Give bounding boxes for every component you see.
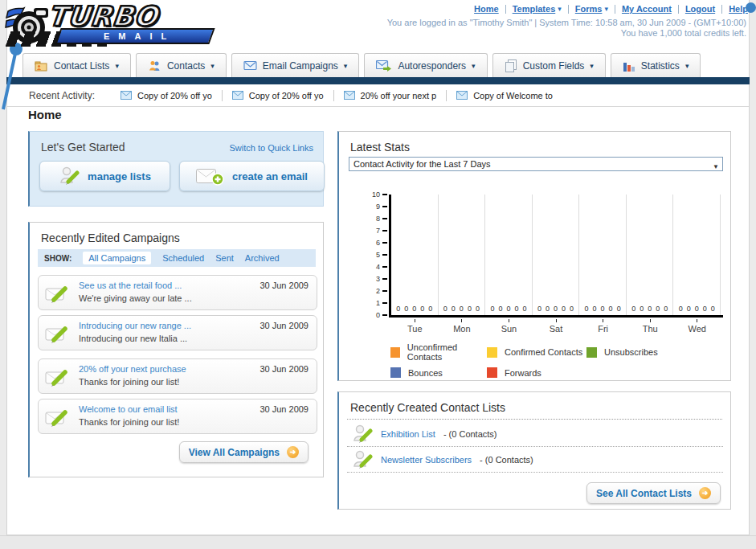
campaign-title-link[interactable]: Welcome to our email list	[79, 404, 178, 414]
y-axis-tick-6: 6	[376, 239, 387, 247]
data-value-label: 0	[412, 305, 416, 313]
data-value-label: 0	[601, 305, 605, 313]
x-axis-label-sat: Sat	[533, 319, 580, 334]
recent-activity-item[interactable]: Copy of Welcome to	[447, 90, 562, 101]
dotted-divider	[347, 419, 722, 420]
person-pencil-icon	[352, 424, 373, 445]
switch-to-quick-links[interactable]: Switch to Quick Links	[229, 143, 313, 153]
arrow-right-icon: ➜	[287, 446, 299, 458]
recently-edited-campaigns-panel: Recently Edited Campaigns SHOW: All Camp…	[28, 222, 324, 477]
data-value-label: 0	[420, 305, 424, 313]
recent-activity-item[interactable]: 20% off your next p	[334, 90, 447, 101]
logo-title: TURBO	[47, 0, 160, 32]
data-value-label: 0	[585, 305, 589, 313]
x-axis-label-wed: Wed	[673, 319, 721, 334]
data-value-label: 0	[562, 305, 566, 313]
campaign-subtitle: Thanks for joining our list!	[79, 377, 179, 387]
campaign-title-link[interactable]: Introducing our new range ...	[79, 321, 191, 330]
tab-label: Email Campaigns	[263, 60, 338, 72]
campaign-title-link[interactable]: See us at the retail food ...	[79, 281, 182, 290]
y-axis-tick-10: 10	[372, 191, 387, 199]
data-value-label: 0	[428, 305, 432, 313]
data-value-label: 0	[695, 305, 699, 313]
nav-separator	[615, 5, 615, 14]
chevron-down-icon: ▾	[344, 62, 348, 70]
legend-swatch-icon	[390, 367, 401, 378]
manage-lists-button[interactable]: manage lists	[39, 161, 170, 191]
help-bubble-icon[interactable]	[746, 2, 756, 13]
data-value-label: 0	[476, 305, 480, 313]
data-value-label: 0	[609, 305, 613, 313]
legend-swatch-icon	[487, 347, 497, 358]
tab-contacts[interactable]: Contacts ▾	[136, 53, 227, 77]
data-value-label: 0	[664, 305, 668, 313]
data-value-label: 0	[506, 305, 510, 313]
person-pencil-icon	[59, 166, 80, 186]
dropdown-caret-icon: ▼	[713, 161, 719, 174]
tab-custom-fields[interactable]: Custom Fields ▾	[492, 53, 606, 77]
nav-link-templates[interactable]: Templates	[513, 4, 556, 14]
y-axis-tick-0: 0	[376, 311, 387, 319]
arrow-right-icon: ➜	[699, 487, 711, 499]
data-value-label: 0	[522, 305, 526, 313]
envelope-pencil-icon	[45, 406, 71, 428]
view-all-campaigns-button[interactable]: View All Campaigns ➜	[179, 441, 309, 463]
recent-activity-item[interactable]: Copy of 20% off yo	[111, 90, 223, 101]
tab-contact-lists[interactable]: Contact Lists ▾	[22, 53, 131, 77]
see-all-contact-lists-label: See All Contact Lists	[596, 488, 692, 499]
contact-list-link[interactable]: Exhibition List	[381, 429, 435, 439]
campaign-filter-bar: SHOW: All Campaigns Scheduled Sent Archi…	[38, 249, 316, 267]
data-value-label: 0	[537, 305, 541, 313]
filter-archived[interactable]: Archived	[245, 253, 280, 263]
nav-separator	[568, 5, 569, 14]
filter-scheduled[interactable]: Scheduled	[162, 253, 204, 263]
activity-item-label: Copy of Welcome to	[473, 91, 553, 100]
tab-email-campaigns[interactable]: Email Campaigns ▾	[231, 53, 360, 77]
nav-link-forms[interactable]: Forms	[575, 4, 603, 14]
chevron-down-icon: ▾	[685, 62, 689, 70]
data-value-label: 0	[711, 305, 715, 313]
filter-all-campaigns[interactable]: All Campaigns	[83, 252, 151, 264]
legend-item: Unconfirmed Contacts	[390, 342, 487, 362]
data-value-label: 0	[443, 305, 447, 313]
y-axis-tick-2: 2	[376, 287, 387, 295]
data-value-label: 0	[656, 305, 660, 313]
see-all-contact-lists-button[interactable]: See All Contact Lists ➜	[586, 482, 721, 504]
chart-group-thu: 00000	[627, 195, 674, 315]
tab-label: Statistics	[641, 60, 680, 72]
logo-banner: EMAIL	[55, 28, 215, 44]
data-value-label: 0	[498, 305, 502, 313]
chart-group-mon: 00000	[439, 195, 486, 315]
contact-activity-chart: 012345678910 000000000000000000000000000…	[349, 195, 723, 336]
latest-stats-title: Latest Stats	[350, 141, 410, 154]
campaign-date: 30 Jun 2009	[259, 281, 309, 290]
x-axis-label-mon: Mon	[439, 319, 486, 334]
chevron-down-icon: ▾	[210, 62, 215, 70]
nav-link-home[interactable]: Home	[474, 4, 499, 14]
y-axis-tick-9: 9	[376, 203, 387, 211]
campaign-subtitle: Introducing our new Italia ...	[79, 334, 187, 343]
tab-statistics[interactable]: Statistics ▾	[611, 53, 701, 77]
campaign-title-link[interactable]: 20% off your next purchase	[79, 364, 186, 374]
envelope-icon	[121, 91, 132, 100]
chart-group-sun: 00000	[485, 195, 533, 315]
create-email-button[interactable]: create an email	[179, 161, 325, 191]
y-axis: 012345678910	[349, 195, 387, 315]
tab-label: Custom Fields	[523, 60, 585, 72]
filter-sent[interactable]: Sent	[215, 253, 234, 263]
campaign-row: Welcome to our email list Thanks for joi…	[38, 399, 317, 434]
chart-group-sat: 00000	[533, 195, 580, 315]
nav-link-logout[interactable]: Logout	[685, 4, 715, 14]
stats-report-dropdown[interactable]: Contact Activity for the Last 7 Days ▼	[349, 157, 723, 171]
recent-activity-item[interactable]: Copy of 20% off yo	[223, 90, 334, 101]
chart-group-wed: 00000	[673, 195, 721, 315]
tab-label: Autoresponders	[398, 60, 466, 72]
envelope-pencil-icon	[45, 322, 71, 345]
tab-label: Contacts	[167, 60, 205, 72]
page-title: Home	[28, 108, 62, 121]
contact-list-link[interactable]: Newsletter Subscribers	[381, 455, 472, 465]
x-axis-label-thu: Thu	[627, 319, 674, 334]
nav-link-my-account[interactable]: My Account	[622, 4, 672, 14]
tab-autoresponders[interactable]: Autoresponders ▾	[364, 53, 487, 77]
x-axis-label-fri: Fri	[579, 319, 627, 334]
